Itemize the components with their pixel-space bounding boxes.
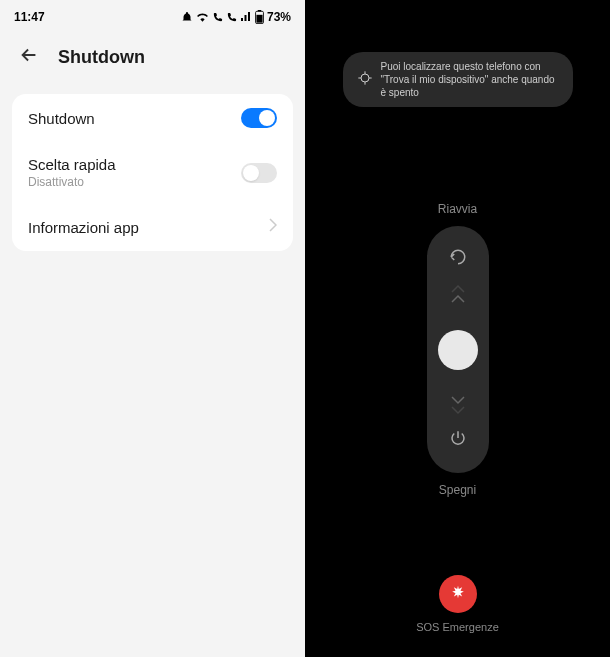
page-header: Shutdown: [0, 30, 305, 84]
shutdown-label-power: Spegni: [439, 483, 476, 497]
page-title: Shutdown: [58, 47, 145, 68]
shutdown-toggle[interactable]: [241, 108, 277, 128]
wifi-icon: [196, 11, 209, 24]
restart-icon: [449, 248, 467, 270]
sos-label: SOS Emergenze: [416, 621, 499, 633]
signal-icon: [240, 11, 252, 23]
power-menu-screen: Puoi localizzare questo telefono con "Tr…: [305, 0, 610, 657]
dnd-icon: [181, 11, 193, 23]
sos-area: SOS Emergenze: [305, 575, 610, 633]
battery-percent: 73%: [267, 10, 291, 24]
chevron-up-group: [450, 284, 466, 304]
power-slider[interactable]: [427, 226, 489, 473]
svg-rect-2: [256, 15, 262, 23]
location-icon: [357, 70, 373, 90]
quick-toggle-switch[interactable]: [241, 163, 277, 183]
shutdown-row[interactable]: Shutdown: [12, 94, 293, 142]
settings-card: Shutdown Scelta rapida Disattivato Infor…: [12, 94, 293, 251]
quick-toggle-subtitle: Disattivato: [28, 175, 116, 189]
back-icon[interactable]: [18, 44, 40, 70]
app-info-row[interactable]: Informazioni app: [12, 203, 293, 251]
svg-point-3: [361, 74, 369, 82]
status-icons: 73%: [181, 10, 291, 24]
call-icon-2: [226, 12, 237, 23]
slider-thumb[interactable]: [438, 330, 478, 370]
status-time: 11:47: [14, 10, 45, 24]
power-icon: [449, 429, 467, 451]
restart-label: Riavvia: [438, 202, 477, 216]
status-bar: 11:47 73%: [0, 0, 305, 30]
shutdown-label: Shutdown: [28, 110, 95, 127]
call-icon: [212, 12, 223, 23]
quick-toggle-label: Scelta rapida: [28, 156, 116, 173]
app-info-label: Informazioni app: [28, 219, 139, 236]
battery-icon: [255, 10, 264, 24]
quick-toggle-row[interactable]: Scelta rapida Disattivato: [12, 142, 293, 203]
settings-screen: 11:47 73% Shutdown: [0, 0, 305, 657]
chevron-right-icon: [269, 218, 277, 236]
find-device-hint: Puoi localizzare questo telefono con "Tr…: [343, 52, 573, 107]
sos-button[interactable]: [439, 575, 477, 613]
svg-rect-1: [258, 10, 262, 11]
chevron-down-group: [450, 395, 466, 415]
hint-text: Puoi localizzare questo telefono con "Tr…: [381, 60, 559, 99]
